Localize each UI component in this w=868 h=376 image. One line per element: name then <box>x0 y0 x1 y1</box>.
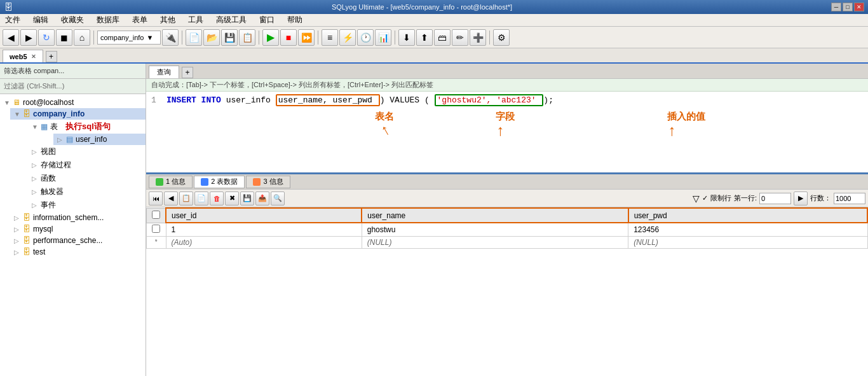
th-user_name[interactable]: user_name <box>362 208 628 223</box>
qtab-add-button[interactable]: + <box>182 67 193 78</box>
th-user_id[interactable]: user_id <box>166 208 362 223</box>
rtb-export-button[interactable]: 📤 <box>255 191 269 205</box>
tb-import-button[interactable]: ⬇ <box>398 29 415 46</box>
td-user_id-1[interactable]: 1 <box>166 223 362 236</box>
minimize-button[interactable]: ─ <box>831 3 841 11</box>
tree-db-item-information_schema[interactable]: ▷ 🗄 information_schem... <box>10 212 146 223</box>
rtb-copy-button[interactable]: 📋 <box>179 191 193 205</box>
rtb-prev-button[interactable]: ◀ <box>164 191 178 205</box>
tb-connect-button[interactable]: 🔌 <box>162 29 179 46</box>
tab-close-button[interactable]: ✕ <box>31 53 36 60</box>
tree-toggle-host: ▼ <box>4 99 10 106</box>
menu-window[interactable]: 窗口 <box>257 13 277 27</box>
tb-schema-button[interactable]: 📊 <box>375 29 391 46</box>
menu-file[interactable]: 文件 <box>3 13 23 27</box>
rtb-filter-button[interactable]: 🔍 <box>271 191 285 205</box>
db-icon-company_info: 🗄 <box>23 109 31 118</box>
td-user_name-2[interactable]: (NULL) <box>362 236 628 248</box>
qtab-query[interactable]: 查询 <box>149 66 179 78</box>
th-user_pwd[interactable]: user_pwd <box>628 208 867 223</box>
data-table: user_id user_name user_pwd 1 ghostwu 123… <box>146 207 868 249</box>
tree-db-item-performance_schema[interactable]: ▷ 🗄 performance_sche... <box>10 235 146 246</box>
tb-stop-query-button[interactable]: ■ <box>280 29 297 46</box>
annot-tablename-label: 表名 <box>375 111 394 123</box>
tb-execute-button[interactable]: ▶ <box>262 29 279 46</box>
tb-save-button[interactable]: 💾 <box>221 29 238 46</box>
tb-alter-button[interactable]: ✏ <box>452 29 468 46</box>
sql-editor[interactable]: 1 INSERT INTO user_info user_name, user_… <box>146 92 868 174</box>
tab-add-button[interactable]: + <box>46 51 57 62</box>
menu-database[interactable]: 数据库 <box>94 13 122 27</box>
rtab-tabledata[interactable]: 2 表数据 <box>194 176 245 188</box>
restore-button[interactable]: □ <box>843 3 853 11</box>
sql-code: INSERT INTO user_info user_name, user_pw… <box>166 95 553 105</box>
tree-db-item-company_info[interactable]: ▼ 🗄 company_info <box>10 108 146 120</box>
td-user_id-2[interactable]: (Auto) <box>166 236 362 248</box>
tb-settings-button[interactable]: ⚙ <box>493 29 510 46</box>
menu-edit[interactable]: 编辑 <box>31 13 51 27</box>
rtb-next-rows-button[interactable]: ▶ <box>794 191 808 205</box>
table-row: * (Auto) (NULL) (NULL) <box>147 236 868 248</box>
menu-advanced-tools[interactable]: 高级工具 <box>214 13 249 27</box>
annot-field-label: 字段 <box>496 111 515 123</box>
tb-forward-button[interactable]: ▶ <box>20 29 37 46</box>
tb-format-button[interactable]: ≡ <box>322 29 338 46</box>
tb-explain-button[interactable]: ⚡ <box>339 29 356 46</box>
close-button[interactable]: ✕ <box>854 3 864 11</box>
title-text: SQLyog Ultimate - [web5/company_info - r… <box>13 3 831 11</box>
rtb-delete-button[interactable]: 🗑 <box>210 191 224 205</box>
row-count-input[interactable] <box>834 193 865 204</box>
tree-db-item-mysql[interactable]: ▷ 🗄 mysql <box>10 223 146 235</box>
rtb-first-button[interactable]: ⏮ <box>149 191 163 205</box>
rtab-icon-info1 <box>156 178 163 186</box>
tree-events-item[interactable]: ▷ 事件 <box>28 198 146 212</box>
tb-execute-all-button[interactable]: ⏩ <box>298 29 315 46</box>
tree-tables-item[interactable]: ▼ ▦ 表 执行sql语句 <box>28 120 146 134</box>
tab-web5[interactable]: web5 ✕ <box>3 50 43 62</box>
tree-db-item-test[interactable]: ▷ 🗄 test <box>10 246 146 258</box>
rtb-cancel-button[interactable]: ✖ <box>225 191 239 205</box>
tree-procedures-group: ▷ 存储过程 <box>10 158 146 172</box>
menu-tools[interactable]: 工具 <box>186 13 206 27</box>
rtb-paste-button[interactable]: 📄 <box>194 191 208 205</box>
rtb-save-button[interactable]: 💾 <box>240 191 254 205</box>
tb-table-button[interactable]: 🗃 <box>434 29 451 46</box>
tb-export-button[interactable]: ⬆ <box>416 29 433 46</box>
tree-table-item-user_info[interactable]: ▷ ▤ user_info <box>53 134 146 145</box>
first-row-input[interactable] <box>759 193 791 204</box>
rtab-info3[interactable]: 3 信息 <box>246 176 290 188</box>
sidebar-filter: 筛选表格 compan... <box>0 64 146 79</box>
tree-db-company_info: ▼ 🗄 company_info ▼ ▦ 表 执行sql语句 ▷ <box>0 108 146 212</box>
menu-other[interactable]: 其他 <box>158 13 178 27</box>
tree-host[interactable]: ▼ 🖥 root@localhost <box>0 97 146 108</box>
td-user_pwd-2[interactable]: (NULL) <box>628 236 867 248</box>
tree-procedures-item[interactable]: ▷ 存储过程 <box>28 158 146 172</box>
td-user_pwd-1[interactable]: 123456 <box>628 223 867 236</box>
tree-triggers-item[interactable]: ▷ 触发器 <box>28 185 146 198</box>
tree-views-item[interactable]: ▷ 视图 <box>28 145 146 158</box>
tb-new-button[interactable]: 📄 <box>186 29 202 46</box>
tb-sep6 <box>489 31 490 45</box>
db-selector-dropdown[interactable]: company_info ▼ <box>97 31 161 45</box>
menu-table[interactable]: 表单 <box>130 13 150 27</box>
tb-history-button[interactable]: 🕐 <box>357 29 374 46</box>
select-all-checkbox[interactable] <box>152 211 160 219</box>
sql-values-box: 'ghostwu2', 'abc123' <box>435 94 544 106</box>
tree-table-label-user_info: user_info <box>76 135 107 144</box>
tb-back-button[interactable]: ◀ <box>3 29 19 46</box>
tb-home-button[interactable]: ⌂ <box>74 29 90 46</box>
tb-refresh-button[interactable]: ↻ <box>38 29 55 46</box>
tree-procedures-label: 存储过程 <box>41 160 71 171</box>
menu-help[interactable]: 帮助 <box>285 13 305 27</box>
tree-functions-item[interactable]: ▷ 函数 <box>28 172 146 185</box>
tb-stop-button[interactable]: ◼ <box>56 29 72 46</box>
row-checkbox-1[interactable] <box>152 225 160 233</box>
tb-insert-button[interactable]: ➕ <box>470 29 486 46</box>
tb-open-button[interactable]: 📂 <box>203 29 220 46</box>
tree-toggle-information_schema: ▷ <box>14 214 20 221</box>
tb-saveas-button[interactable]: 📋 <box>239 29 255 46</box>
rtab-info1[interactable]: 1 信息 <box>149 176 193 188</box>
tree-toggle-functions: ▷ <box>32 175 38 182</box>
menu-favorites[interactable]: 收藏夹 <box>58 13 86 27</box>
td-user_name-1[interactable]: ghostwu <box>362 223 628 236</box>
